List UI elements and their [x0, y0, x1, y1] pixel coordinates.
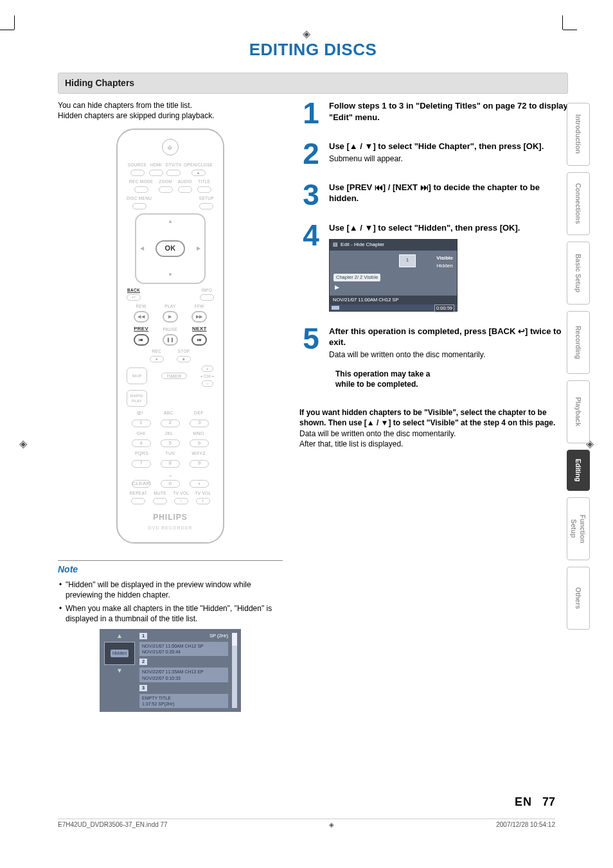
hidden-badge: Hidden	[111, 650, 129, 657]
keypad-label: GHI	[136, 430, 145, 436]
note-section: Note "Hidden" will be displayed in the p…	[58, 560, 283, 712]
keypad-label: DEF	[194, 410, 204, 416]
remote-button	[197, 186, 211, 193]
tab-function-setup[interactable]: Function Setup	[567, 497, 590, 560]
tab-recording[interactable]: Recording	[567, 311, 590, 374]
crop-mark	[550, 30, 563, 42]
dpad: ▲ ▼ ◀ ▶ OK	[135, 213, 206, 284]
meta-timestamp: 2007/12/28 10:54:12	[496, 820, 555, 829]
btn-label: TITLE	[198, 179, 210, 185]
preview-badge: 1	[406, 257, 409, 264]
remote-button	[200, 294, 214, 301]
progress-fill	[332, 306, 339, 310]
next-label: NEXT	[192, 326, 207, 333]
title-row-line: NOV/22/07 11:35AM CH13 EP	[142, 669, 204, 675]
tab-others[interactable]: Others	[567, 567, 590, 630]
footer-page: 77	[542, 794, 555, 810]
keypad-label: @!	[137, 410, 143, 416]
remote-button	[132, 203, 147, 209]
title-list-rows: 1 SP (2Hr) NOV/21/07 11:00AM CH12 SP NOV…	[139, 633, 228, 708]
menu-item: Hidden	[436, 262, 453, 270]
visible-bold: If you want hidden chapters to be "Visib…	[299, 407, 568, 428]
btn-label: MUTE	[154, 491, 166, 497]
panel-title: Edit - Hide Chapter	[341, 242, 384, 249]
keypad-button: 9	[190, 460, 209, 468]
play-icon: ▶	[163, 311, 178, 323]
visible-line: Data will be written onto the disc momen…	[299, 429, 568, 439]
dpad-up-icon: ▲	[168, 218, 173, 226]
footer-lang: EN	[515, 794, 532, 810]
title-row-line: NOV/22/07 0:10:33	[142, 675, 204, 681]
meta-file: E7H42UD_DVDR3506-37_EN.indd 77	[58, 820, 168, 829]
operation-note: This operation may take a while to be co…	[329, 365, 458, 393]
registration-mark-left: ◈	[19, 437, 27, 451]
stop-icon: ■	[177, 356, 191, 362]
keypad-button: •	[190, 480, 209, 488]
btn-label: STOP	[178, 349, 190, 355]
brand-subtitle: DVD RECORDER	[127, 525, 214, 531]
keypad-label: ␣	[169, 471, 172, 477]
down-arrow-icon: ▼	[116, 668, 123, 674]
title-row-line: NOV/21/07 0:20:44	[142, 649, 204, 655]
page-title: EDITING DISCS	[58, 39, 568, 61]
remote-button	[134, 186, 148, 193]
tab-editing[interactable]: Editing	[567, 450, 590, 491]
remote-button	[199, 203, 213, 209]
btn-label: REPEAT	[130, 491, 147, 497]
up-arrow-icon: ▲	[350, 223, 358, 233]
title-list-scrollbar	[232, 633, 237, 708]
keypad-label: MNO	[193, 430, 204, 436]
step-sub: Data will be written onto the disc momen…	[329, 350, 568, 360]
keypad-label: ABC	[164, 410, 173, 416]
power-icon: ⏻	[162, 139, 179, 155]
remote-button	[159, 186, 173, 193]
step-lead: Follow steps 1 to 3 in "Deleting Titles"…	[329, 100, 568, 123]
up-arrow-icon: ▲	[350, 141, 358, 151]
keypad-button: 1	[132, 420, 151, 427]
keypad-button: 0	[161, 480, 180, 488]
remote-button	[149, 170, 163, 176]
step-number: 1	[299, 100, 323, 127]
side-tabs: Introduction Connections Basic Setup Rec…	[567, 103, 590, 630]
title-row: NOV/21/07 11:00AM CH12 SP NOV/21/07 0:20…	[139, 642, 228, 656]
preview-thumbnail: 1	[399, 254, 416, 267]
btn-label: REC	[152, 349, 162, 355]
remote-button: ↩	[127, 294, 141, 301]
clear-button: CLEAR	[132, 480, 151, 488]
registration-mark-top: ◈	[303, 27, 310, 41]
keypad-label: TUV	[165, 450, 175, 456]
panel-header: ▤ Edit - Hide Chapter	[330, 240, 457, 251]
section-heading: Hiding Chapters	[58, 73, 568, 94]
tab-playback[interactable]: Playback	[567, 380, 590, 443]
step-sub: Submenu will appear.	[329, 154, 568, 164]
tab-basic-setup[interactable]: Basic Setup	[567, 242, 590, 305]
page-footer: EN 77	[58, 794, 555, 810]
step-3: 3 Use [PREV ⏮] / [NEXT ⏭] to decide the …	[299, 182, 568, 208]
panel-menu: Visible Hidden	[436, 254, 453, 270]
keypad-button: 7	[132, 460, 151, 468]
title-mode: SP (2Hr)	[209, 633, 228, 639]
panel-footer-left: NOV/21/07 11:00AM CH12 SP	[333, 297, 399, 303]
brand-logo: PHILIPS	[127, 512, 214, 522]
btn-label: TV VOL	[195, 491, 211, 497]
edit-hide-chapter-panel: ▤ Edit - Hide Chapter 1 Visible Hidden	[329, 239, 458, 312]
title-list-panel: ▲ Hidden ▼ 1 SP (2Hr) NOV/21	[100, 629, 241, 712]
dpad-right-icon: ▶	[197, 245, 200, 252]
meta-footer: E7H42UD_DVDR3506-37_EN.indd 77 ◈ 2007/12…	[58, 819, 555, 829]
btn-label: AUDIO	[178, 179, 192, 185]
tab-connections[interactable]: Connections	[567, 172, 590, 235]
chapter-info: Chapter 2/ 2 Visible	[333, 274, 380, 281]
tab-introduction[interactable]: Introduction	[567, 103, 590, 166]
title-row: EMPTY TITLE 1:37:52 SP(2Hr)	[139, 694, 228, 708]
progress-time: 0:00:59	[434, 305, 454, 312]
intro-text: You can hide chapters from the title lis…	[58, 100, 283, 121]
title-index: 1	[139, 633, 147, 639]
down-arrow-icon: ▼	[365, 223, 373, 233]
btn-label: PLAY	[164, 304, 175, 310]
title-row: NOV/22/07 11:35AM CH13 EP NOV/22/07 0:10…	[139, 668, 228, 682]
menu-item: Visible	[436, 254, 453, 262]
step-2: 2 Use [▲ / ▼] to select "Hide Chapter", …	[299, 141, 568, 167]
title-row-line: EMPTY TITLE	[142, 695, 175, 701]
intro-line1: You can hide chapters from the title lis…	[58, 101, 192, 110]
keypad-button: 4	[132, 439, 151, 447]
